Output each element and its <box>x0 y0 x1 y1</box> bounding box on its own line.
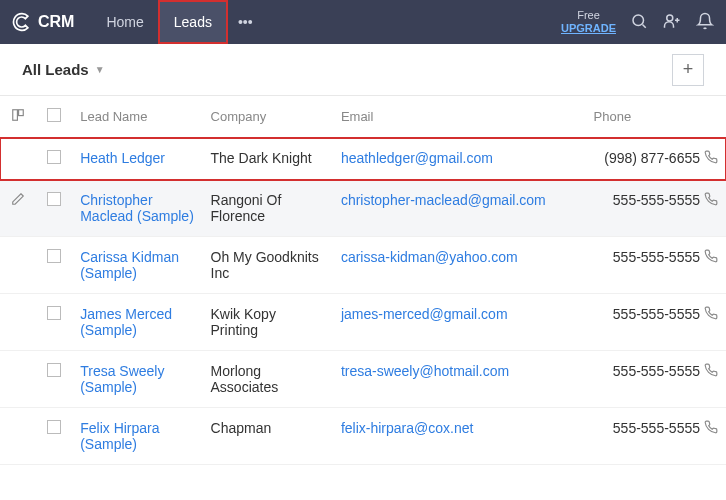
col-header-name[interactable]: Lead Name <box>72 96 202 138</box>
nav-home[interactable]: Home <box>92 0 157 44</box>
phone-text: 555-555-5555 <box>613 306 700 322</box>
phone-text: (998) 877-6655 <box>604 150 700 166</box>
row-checkbox[interactable] <box>47 249 61 263</box>
row-checkbox[interactable] <box>47 306 61 320</box>
select-all-checkbox[interactable] <box>47 108 61 122</box>
lead-name-link[interactable]: Tresa Sweely (Sample) <box>80 363 164 395</box>
svg-rect-5 <box>13 110 18 121</box>
lead-name-link[interactable]: Felix Hirpara (Sample) <box>80 420 159 452</box>
add-lead-button[interactable]: + <box>672 54 704 86</box>
main-nav: Home Leads ••• <box>92 0 262 44</box>
leads-table-wrap: Lead Name Company Email Phone Heath Ledg… <box>0 96 726 500</box>
view-selector-label[interactable]: All Leads <box>22 61 89 78</box>
notifications-icon[interactable] <box>696 12 714 33</box>
lead-name-link[interactable]: Christopher Maclead (Sample) <box>80 192 194 224</box>
phone-text: 555-555-5555 <box>613 192 700 208</box>
table-row[interactable]: Christopher Maclead (Sample)Rangoni Of F… <box>0 180 726 237</box>
company-cell: Kwik Kopy Printing <box>203 294 333 351</box>
svg-point-2 <box>667 15 673 21</box>
company-cell: Chapman <box>203 408 333 465</box>
lead-name-link[interactable]: James Merced (Sample) <box>80 306 172 338</box>
phone-icon[interactable] <box>704 192 718 209</box>
col-header-company[interactable]: Company <box>203 96 333 138</box>
edit-row-icon[interactable] <box>11 193 25 209</box>
lead-name-link[interactable]: Heath Ledger <box>80 150 165 166</box>
table-row[interactable]: Felix Hirpara (Sample)Chapmanfelix-hirpa… <box>0 408 726 465</box>
chevron-down-icon[interactable]: ▼ <box>95 64 105 75</box>
nav-more[interactable]: ••• <box>228 0 263 44</box>
col-header-phone[interactable]: Phone <box>586 96 726 138</box>
col-header-email[interactable]: Email <box>333 96 586 138</box>
logo[interactable]: CRM <box>12 12 74 32</box>
phone-icon[interactable] <box>704 249 718 266</box>
topbar: CRM Home Leads ••• Free UPGRADE <box>0 0 726 44</box>
table-row[interactable]: James Merced (Sample)Kwik Kopy Printingj… <box>0 294 726 351</box>
lead-name-link[interactable]: Carissa Kidman (Sample) <box>80 249 179 281</box>
layout-toggle-icon[interactable] <box>10 110 26 125</box>
email-link[interactable]: felix-hirpara@cox.net <box>341 420 474 436</box>
search-icon[interactable] <box>630 12 648 33</box>
phone-text: 555-555-5555 <box>613 249 700 265</box>
table-row[interactable]: Tresa Sweely (Sample)Morlong Associatest… <box>0 351 726 408</box>
email-link[interactable]: christopher-maclead@gmail.com <box>341 192 546 208</box>
top-icons <box>630 12 714 33</box>
upgrade-block[interactable]: Free UPGRADE <box>561 9 616 35</box>
phone-icon[interactable] <box>704 150 718 167</box>
svg-line-1 <box>642 24 645 27</box>
phone-text: 555-555-5555 <box>613 420 700 436</box>
phone-icon[interactable] <box>704 306 718 323</box>
phone-icon[interactable] <box>704 420 718 437</box>
company-cell: The Dark Knight <box>203 138 333 180</box>
leads-table: Lead Name Company Email Phone Heath Ledg… <box>0 96 726 465</box>
invite-users-icon[interactable] <box>662 12 682 33</box>
email-link[interactable]: james-merced@gmail.com <box>341 306 508 322</box>
email-link[interactable]: tresa-sweely@hotmail.com <box>341 363 509 379</box>
row-checkbox[interactable] <box>47 363 61 377</box>
svg-rect-6 <box>19 110 24 116</box>
company-cell: Morlong Associates <box>203 351 333 408</box>
upgrade-link[interactable]: UPGRADE <box>561 22 616 34</box>
phone-icon[interactable] <box>704 363 718 380</box>
upgrade-free-label: Free <box>561 9 616 22</box>
company-cell: Rangoni Of Florence <box>203 180 333 237</box>
brand-text: CRM <box>38 13 74 31</box>
table-row[interactable]: Heath LedgerThe Dark Knightheathledger@g… <box>0 138 726 180</box>
company-cell: Oh My Goodknits Inc <box>203 237 333 294</box>
nav-leads[interactable]: Leads <box>158 0 228 44</box>
phone-text: 555-555-5555 <box>613 363 700 379</box>
row-checkbox[interactable] <box>47 420 61 434</box>
email-link[interactable]: carissa-kidman@yahoo.com <box>341 249 518 265</box>
crm-logo-icon <box>12 12 32 32</box>
table-row[interactable]: Carissa Kidman (Sample)Oh My Goodknits I… <box>0 237 726 294</box>
email-link[interactable]: heathledger@gmail.com <box>341 150 493 166</box>
subheader: All Leads ▼ + <box>0 44 726 96</box>
svg-point-0 <box>633 15 644 26</box>
row-checkbox[interactable] <box>47 150 61 164</box>
row-checkbox[interactable] <box>47 192 61 206</box>
